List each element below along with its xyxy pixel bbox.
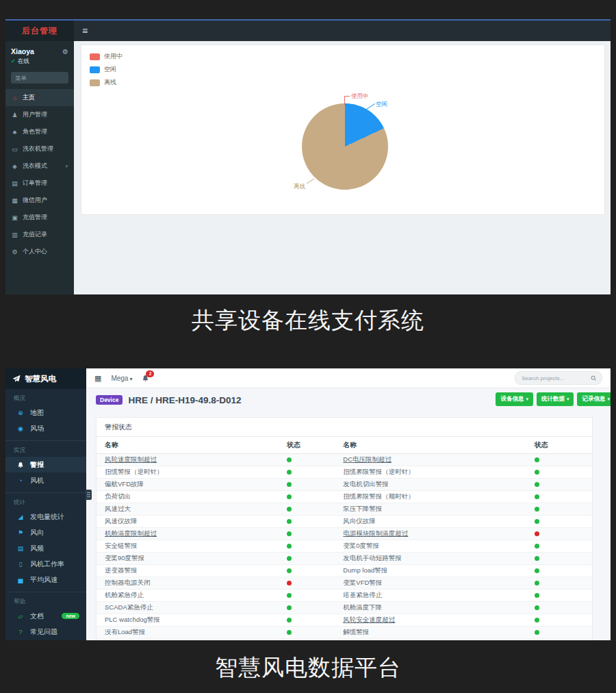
sidebar-item-column-chart[interactable]: ▅平均风速 [5, 572, 86, 588]
alarm-status-cell [287, 616, 343, 624]
alarm-name: 偏航VFD故障 [105, 480, 287, 489]
alarm-table-row: 风轮转速检测警报发电机过热警报 [97, 638, 592, 640]
sidebar-item-recharge[interactable]: ▣充值管理 [5, 209, 74, 226]
alarm-table-row: 负荷切出扭缆界限警报（顺时针） [97, 490, 592, 503]
device-action-buttons: 设备信息▾统计数据▾记录信息▾ [496, 392, 611, 406]
sidebar-item-label: 个人中心 [23, 247, 47, 256]
alarm-status-cell [287, 567, 343, 575]
sidebar-item-label: 风场 [30, 424, 44, 433]
sidebar-item-question[interactable]: ?常见问题 [5, 624, 86, 640]
sidebar-item-label: 微信用户 [23, 196, 47, 205]
record-info-button[interactable]: 记录信息▾ [577, 392, 611, 406]
sidebar-section-label: 统计 [5, 493, 86, 509]
sidebar-item-bell[interactable]: 警报 [5, 457, 86, 473]
alarm-name: 风速仪故障 [105, 517, 287, 526]
brand-label: 智慧风电 [25, 374, 56, 384]
alarm-table-row: 偏航VFD故障发电机切出警报 [97, 478, 592, 490]
alarm-name: 安全链警报 [105, 542, 287, 551]
legend-item[interactable]: 离线 [90, 78, 123, 87]
sidebar-collapse-handle[interactable] [86, 490, 92, 500]
pie-label-idle: 空闲 [376, 101, 387, 109]
status-dot-green [535, 457, 539, 462]
alarm-status-cell [535, 505, 584, 513]
alarm-name[interactable]: 电源模块限制温度超过 [343, 529, 535, 538]
sidebar-item-flag[interactable]: ⚑风向 [5, 525, 86, 540]
sidebar-item-recharge-records[interactable]: ▥充值记录 [5, 226, 74, 243]
sidebar-item-bar-chart[interactable]: ▤风频 [5, 540, 86, 556]
status-dot-green [287, 630, 292, 635]
sidebar-item-label: 常见问题 [30, 627, 57, 637]
legend-item[interactable]: 使用中 [90, 52, 123, 61]
sidebar-item-users[interactable]: ♟用户管理 [5, 106, 74, 123]
device-info-button[interactable]: 设备信息▾ [496, 392, 533, 406]
sidebar-item-wechat-users[interactable]: ▦微信用户 [5, 192, 74, 209]
sidebar-item-wash-mode[interactable]: ◈洗衣模式+ [5, 158, 74, 175]
chevron-down-icon: ▾ [129, 376, 132, 382]
app1-header: 后台管理 ≡ [5, 21, 611, 41]
status-dot-green [535, 519, 539, 524]
sidebar-item-orders[interactable]: ▤订单管理 [5, 175, 74, 192]
sidebar-item-label: 订单管理 [23, 179, 47, 188]
bar-chart-icon: ▤ [16, 545, 25, 552]
alarm-status-cell [287, 629, 343, 636]
gear-icon[interactable]: ⚙ [62, 48, 68, 55]
sidebar-item-globe[interactable]: ⊕地图 [5, 405, 86, 420]
alarm-table-body: 风轮速度限制超过DC电压限制超过扭缆警报（逆时针）扭缆界限警报（逆时针）偏航VF… [97, 454, 592, 640]
alarm-name[interactable]: DC电压限制超过 [343, 455, 535, 464]
alarm-table-row: PLC watchdog警报风轮安全速度超过 [97, 614, 592, 626]
recharge-icon: ▣ [11, 214, 18, 221]
alarm-name: SCADA紧急停止 [105, 603, 287, 612]
alarm-status-cell [287, 530, 343, 538]
notifications-bell[interactable]: 2 [142, 375, 149, 382]
app1-sidebar: Xiaoya ⚙ ✔在线 ⌂主页♟用户管理♣角色管理▭洗衣机管理◈洗衣模式+▤订… [5, 41, 74, 294]
legend-swatch [90, 79, 100, 86]
sidebar-item-label: 发电量统计 [30, 512, 64, 522]
alarm-name: 机舱紧急停止 [105, 591, 287, 600]
sidebar-item-map-marker[interactable]: ◉风场 [5, 420, 86, 436]
status-dot-red [287, 581, 292, 585]
alarm-card-title: 警报状态 [97, 418, 592, 437]
sidebar-item-battery[interactable]: ▯风机工作率 [5, 556, 86, 572]
status-dot-green [535, 593, 539, 598]
status-dot-green [535, 544, 539, 549]
washer-icon: ▭ [11, 146, 18, 153]
sidebar-search-input[interactable] [11, 75, 68, 81]
mega-menu[interactable]: Mega▾ [111, 375, 132, 382]
legend-item[interactable]: 空闲 [90, 65, 123, 74]
sidebar-item-label: 风向 [30, 528, 44, 538]
notification-count-badge: 2 [146, 370, 154, 377]
apps-grid-icon[interactable]: ▦ [94, 374, 101, 383]
sidebar-item-turbine-gauge[interactable]: ◔风机 [5, 473, 86, 488]
alarm-name: 负荷切出 [105, 492, 287, 501]
status-dot-green [535, 581, 539, 585]
sidebar-item-folder[interactable]: ▱文档new [5, 608, 86, 624]
alarm-name: 机舱温度下降 [343, 603, 535, 612]
alarm-status-cell [535, 592, 584, 599]
alarm-table-row: 逆变器警报Dump load警报 [97, 564, 592, 577]
pie-label-offline: 离线 [294, 183, 305, 191]
sidebar-item-washer[interactable]: ▭洗衣机管理 [5, 140, 74, 158]
sidebar-item-home[interactable]: ⌂主页 [5, 89, 74, 106]
sidebar-item-label: 风机 [30, 476, 44, 486]
sidebar-item-label: 充值管理 [23, 213, 47, 222]
sidebar-item-label: 主页 [23, 93, 35, 102]
sidebar-section-label: 帮助 [5, 592, 86, 608]
alarm-name[interactable]: 风轮速度限制超过 [105, 455, 287, 464]
paper-plane-icon [12, 375, 21, 383]
app2-brand[interactable]: 智慧风电 [5, 368, 86, 389]
sidebar-item-profile[interactable]: ⚙个人中心 [5, 243, 74, 260]
alarm-status-cell [287, 518, 343, 525]
alarm-name[interactable]: 机舱温度限制超过 [105, 529, 287, 538]
hamburger-icon[interactable]: ≡ [82, 25, 88, 36]
pie-chart-card: 使用中空闲离线 使用中 空闲 离线 [81, 45, 605, 215]
page: 后台管理 ≡ Xiaoya ⚙ ✔在线 ⌂主页♟用户 [0, 0, 616, 693]
pie-label-inuse: 使用中 [351, 92, 369, 101]
sidebar-item-area-chart[interactable]: ◢发电量统计 [5, 509, 86, 525]
status-dot-green [535, 630, 539, 635]
alarm-status-cell [535, 456, 584, 464]
sidebar-item-roles[interactable]: ♣角色管理 [5, 123, 74, 140]
project-search-input[interactable] [520, 375, 588, 382]
stats-data-button[interactable]: 统计数据▾ [537, 392, 574, 406]
alarm-name[interactable]: 风轮安全速度超过 [343, 616, 535, 625]
col-status-left: 状态 [287, 440, 343, 450]
